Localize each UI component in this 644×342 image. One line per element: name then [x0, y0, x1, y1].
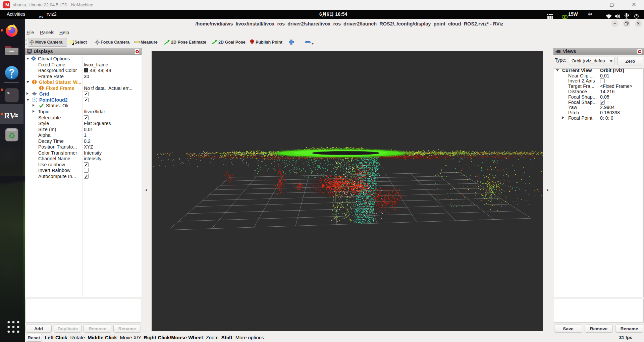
- svg-text:RV: RV: [39, 15, 43, 18]
- svg-text:♻: ♻: [8, 131, 15, 140]
- svg-text:?: ?: [9, 67, 14, 77]
- svg-text:iz: iz: [14, 112, 18, 118]
- svg-text:>_: >_: [7, 91, 12, 96]
